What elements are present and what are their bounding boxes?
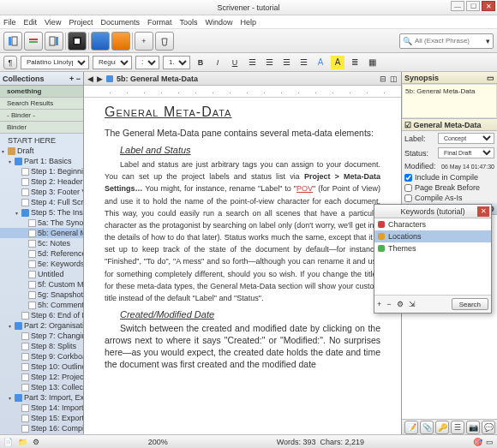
nav-fwd-icon[interactable]: ▶ — [97, 75, 103, 83]
label-select[interactable]: Concept — [438, 133, 494, 144]
synopsis-image-toggle-icon[interactable]: ▭ — [487, 74, 494, 82]
binder-item[interactable]: Step 3: Footer View — [0, 187, 83, 197]
keywords-popup-close[interactable]: ✕ — [477, 206, 489, 217]
highlight-button[interactable]: A — [331, 56, 344, 69]
binder-item[interactable]: Step 6: End of Part One — [0, 310, 83, 320]
collection-tab[interactable]: Binder — [0, 122, 83, 134]
collections-add-button[interactable]: + − — [69, 75, 81, 83]
align-right-button[interactable]: ☰ — [279, 56, 293, 69]
binder-item[interactable]: 5b: General Meta-Data — [0, 228, 83, 238]
kw-add-button[interactable]: + — [377, 300, 381, 308]
binder-item[interactable]: ▾Part 2: Organisation — [0, 320, 83, 331]
binder-item[interactable]: Step 7: Changing Editor Views — [0, 331, 83, 341]
underline-button[interactable]: U — [228, 56, 242, 69]
binder-tree[interactable]: START HERE▾Draft▾Part 1: BasicsStep 1: B… — [0, 134, 83, 434]
insp-refs-icon[interactable]: 📎 — [420, 421, 434, 434]
kw-remove-button[interactable]: − — [386, 300, 391, 308]
insp-keywords-icon[interactable]: 🔑 — [435, 421, 449, 434]
add-folder-icon[interactable]: 📁 — [18, 438, 27, 446]
binder-item[interactable]: 5c: Notes — [0, 238, 83, 248]
insp-notes-icon[interactable]: 📝 — [404, 421, 418, 434]
window-close-button[interactable]: ✕ — [482, 1, 495, 11]
binder-item[interactable]: Step 2: Header View — [0, 176, 83, 187]
binder-item[interactable]: 5h: Comments & Footnotes — [0, 300, 83, 310]
binder-item[interactable]: ▾Draft — [0, 146, 83, 156]
font-style-select[interactable]: Regular — [93, 56, 132, 69]
binder-item[interactable]: 5e: Keywords — [0, 259, 83, 269]
zoom-level[interactable]: 200% — [148, 438, 168, 446]
menu-help[interactable]: Help — [240, 18, 256, 27]
keyword-item[interactable]: Themes — [374, 242, 491, 254]
nav-back-icon[interactable]: ◀ — [87, 75, 93, 83]
binder-item[interactable]: ▾Part 3: Import, Export and Print... — [0, 392, 83, 403]
binder-item[interactable]: Step 9: Corkboard — [0, 351, 83, 361]
binder-item[interactable]: Step 4: Full Screen — [0, 197, 83, 207]
preset-button[interactable]: ¶ — [3, 56, 17, 69]
split-vertical-icon[interactable]: ◫ — [390, 75, 398, 83]
binder-item[interactable]: Step 13: Collections — [0, 382, 83, 392]
search-input[interactable] — [415, 37, 483, 45]
collection-tab[interactable]: Search Results — [0, 98, 83, 110]
page-break-checkbox[interactable] — [404, 184, 412, 192]
gear-icon[interactable]: ⚙ — [33, 438, 39, 446]
align-justify-button[interactable]: ☰ — [296, 56, 310, 69]
align-center-button[interactable]: ☰ — [262, 56, 276, 69]
add-button[interactable]: + — [135, 32, 153, 51]
font-select[interactable]: Palatino Linotype — [21, 56, 89, 69]
binder-toggle-button[interactable] — [3, 32, 22, 51]
binder-item[interactable]: Step 15: Exporting Files — [0, 413, 83, 423]
binder-item[interactable]: START HERE — [0, 135, 83, 146]
include-compile-checkbox[interactable] — [404, 174, 412, 182]
binder-item[interactable]: Step 1: Beginnings — [0, 166, 83, 176]
ruler[interactable] — [84, 86, 401, 98]
font-size-select[interactable]: 13 — [135, 56, 159, 69]
compile-asis-checkbox[interactable] — [404, 194, 412, 202]
menu-window[interactable]: Window — [205, 18, 232, 27]
binder-item[interactable]: 5f: Custom Meta-Data — [0, 279, 83, 290]
document-body[interactable]: General Meta-Data The General Meta-Data … — [84, 98, 401, 434]
menu-tools[interactable]: Tools — [179, 18, 197, 27]
binder-item[interactable]: ▾Part 1: Basics — [0, 156, 83, 166]
menu-format[interactable]: Format — [147, 18, 172, 27]
binder-item[interactable]: ▾Part 4: Text Tools — [0, 433, 83, 434]
binder-item[interactable]: 5d: References — [0, 248, 83, 259]
menu-view[interactable]: View — [45, 18, 61, 27]
modified-date[interactable]: 06 May 14 01:47:30 — [438, 164, 494, 170]
binder-item[interactable]: Step 10: Outliner — [0, 361, 83, 372]
view-mode-icon[interactable]: ▭ — [486, 438, 494, 446]
insp-snapshot-icon[interactable]: 📷 — [466, 421, 480, 434]
binder-item[interactable]: ▾Step 5: The Inspector — [0, 207, 83, 218]
window-min-button[interactable]: — — [451, 1, 464, 11]
menu-project[interactable]: Project — [69, 18, 93, 27]
list-button[interactable]: ≣ — [348, 56, 362, 69]
italic-button[interactable]: I — [211, 56, 225, 69]
menu-file[interactable]: File — [3, 18, 16, 27]
binder-item[interactable]: Step 12: Project Search — [0, 372, 83, 382]
text-color-button[interactable]: A — [314, 56, 327, 69]
binder-item[interactable]: 5g: Snapshots — [0, 290, 83, 300]
window-max-button[interactable]: ☐ — [466, 1, 480, 11]
status-select[interactable]: Final Draft — [438, 147, 494, 158]
binder-item[interactable]: Untitled — [0, 269, 83, 279]
align-left-button[interactable]: ☰ — [245, 56, 259, 69]
line-spacing-select[interactable]: 1.0x — [163, 56, 190, 69]
keywords-popup-list[interactable]: CharactersLocationsThemes — [374, 218, 491, 296]
target-icon[interactable]: 🎯 — [473, 438, 482, 446]
insp-comments-icon[interactable]: 💬 — [482, 421, 495, 434]
menu-edit[interactable]: Edit — [24, 18, 38, 27]
table-button[interactable]: ▦ — [365, 56, 379, 69]
binder-item[interactable]: Step 16: Compiling the Draft — [0, 423, 83, 433]
synopsis-text[interactable]: 5b: General Meta-Data — [402, 84, 497, 118]
outline-view-button[interactable] — [111, 32, 130, 51]
kw-search-button[interactable]: Search — [452, 298, 488, 310]
keyword-item[interactable]: Characters — [374, 218, 491, 230]
compose-button[interactable] — [68, 32, 87, 51]
collections-button[interactable] — [24, 32, 43, 51]
kw-link-icon[interactable]: ⇲ — [409, 300, 416, 308]
trash-button[interactable] — [155, 32, 174, 51]
inspector-toggle-button[interactable] — [45, 32, 63, 51]
binder-item[interactable]: Step 8: Splits — [0, 341, 83, 351]
collection-tab[interactable]: something — [0, 86, 83, 98]
binder-item[interactable]: 5a: The Synopsis Index Card — [0, 218, 83, 228]
binder-item[interactable]: Step 14: Importing — [0, 403, 83, 413]
